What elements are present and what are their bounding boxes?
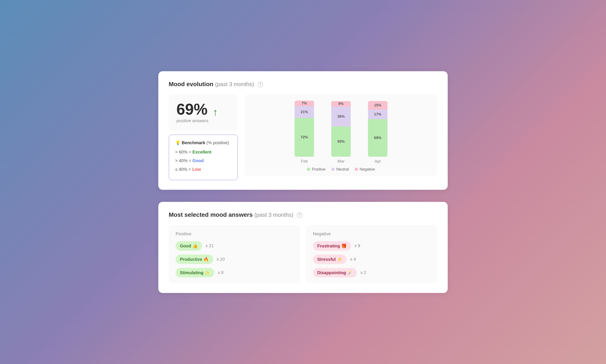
bar-feb-negative-label: 7 bbox=[302, 101, 304, 105]
percentage-label: positive answers bbox=[176, 118, 208, 123]
chart-legend: Positive Neutral Negative bbox=[251, 167, 430, 172]
bar-mar-positive: 55% bbox=[331, 127, 351, 157]
bar-mar-negative: 9% bbox=[331, 101, 351, 107]
positive-tags: Good 👍 x 21 Productive 🔥 x 10 Stimulatin… bbox=[176, 241, 293, 277]
mood-answers-card: Most selected mood answers (past 3 month… bbox=[158, 202, 448, 293]
mood-tag-productive: Productive 🔥 bbox=[176, 255, 213, 264]
benchmark-value-1: Good bbox=[192, 158, 204, 163]
legend-label-negative: Negative bbox=[360, 167, 375, 172]
positive-section-title: Positive bbox=[176, 231, 293, 236]
bar-group-mar: 9% 36% 55% Mar bbox=[331, 101, 351, 164]
bar-stack-apr: 15% 17% 69% bbox=[368, 101, 387, 157]
positive-section: Positive Good 👍 x 21 Productive 🔥 x 10 S… bbox=[169, 225, 300, 284]
mood-answers-title: Most selected mood answers (past 3 month… bbox=[169, 211, 437, 218]
bar-apr-negative-label: 15 bbox=[374, 103, 378, 107]
legend-label-neutral: Neutral bbox=[336, 167, 349, 172]
legend-label-positive: Positive bbox=[312, 167, 326, 172]
bar-apr-label: Apr bbox=[374, 159, 381, 164]
left-panel: 69% positive answers ↑ 💡 Benchmark (% po… bbox=[169, 95, 238, 180]
percentage-box: 69% positive answers ↑ bbox=[169, 95, 238, 130]
benchmark-title-suffix: (% positive) bbox=[207, 140, 229, 145]
benchmark-condition-2: ≤ 40% = bbox=[175, 167, 191, 172]
mood-count-stressful: x 4 bbox=[350, 257, 356, 262]
mood-tag-disappointing: Disappointing 🪄 bbox=[313, 268, 357, 277]
percentage-group: 69% positive answers bbox=[176, 102, 208, 123]
mood-row-stimulating: Stimulating ✨ x 8 bbox=[176, 268, 293, 277]
bar-feb-neutral-label: 21 bbox=[301, 110, 305, 114]
bar-apr-positive-label: 69 bbox=[374, 136, 378, 140]
negative-tags: Frustrating 🎁 x 9 Stressful ⚡ x 4 Disapp… bbox=[313, 241, 430, 277]
trend-arrow-icon: ↑ bbox=[213, 107, 218, 117]
benchmark-row-good: > 40% = Good bbox=[175, 157, 231, 164]
bar-apr-positive: 69% bbox=[368, 119, 387, 157]
benchmark-row-low: ≤ 40% = Low bbox=[175, 166, 231, 172]
mood-answers-subtitle: (past 3 months) bbox=[254, 212, 293, 218]
bar-feb-neutral: 21% bbox=[295, 106, 314, 118]
mood-row-stressful: Stressful ⚡ x 4 bbox=[313, 255, 430, 264]
mood-count-stimulating: x 8 bbox=[218, 270, 224, 275]
mood-count-productive: x 10 bbox=[217, 257, 225, 262]
mood-count-good: x 21 bbox=[206, 243, 214, 248]
benchmark-value-0: Excellent bbox=[192, 150, 211, 154]
legend-dot-negative bbox=[355, 168, 358, 171]
mood-answers-title-text: Most selected mood answers bbox=[169, 211, 253, 218]
bar-mar-neutral: 36% bbox=[331, 107, 351, 127]
mood-answers-help-icon[interactable]: ? bbox=[297, 212, 302, 218]
bar-stack-mar: 9% 36% 55% bbox=[331, 101, 351, 157]
benchmark-title: 💡 Benchmark (% positive) bbox=[175, 140, 231, 145]
bar-mar-positive-label: 55 bbox=[337, 140, 342, 144]
mood-evolution-help-icon[interactable]: ? bbox=[257, 82, 263, 87]
title-subtitle: (past 3 months) bbox=[215, 81, 254, 87]
legend-dot-positive bbox=[307, 168, 310, 171]
mood-tag-stressful: Stressful ⚡ bbox=[313, 255, 347, 264]
benchmark-condition-1: > 40% = bbox=[175, 158, 191, 163]
mood-count-disappointing: x 2 bbox=[360, 270, 366, 275]
benchmark-box: 💡 Benchmark (% positive) > 60% = Excelle… bbox=[169, 134, 238, 180]
negative-section: Negative Frustrating 🎁 x 9 Stressful ⚡ x… bbox=[306, 225, 437, 284]
negative-section-title: Negative bbox=[313, 231, 430, 236]
mood-row-disappointing: Disappointing 🪄 x 2 bbox=[313, 268, 430, 277]
mood-evolution-content: 69% positive answers ↑ 💡 Benchmark (% po… bbox=[169, 95, 437, 180]
bar-feb-label: Feb bbox=[301, 159, 308, 164]
mood-row-good: Good 👍 x 21 bbox=[176, 241, 293, 251]
mood-tag-stimulating: Stimulating ✨ bbox=[176, 268, 214, 277]
percentage-value: 69% bbox=[176, 102, 208, 117]
bar-mar-negative-label: 9 bbox=[338, 102, 340, 106]
legend-negative: Negative bbox=[355, 167, 375, 172]
legend-dot-neutral bbox=[331, 168, 335, 171]
legend-positive: Positive bbox=[307, 167, 326, 172]
bar-feb-positive-label: 72 bbox=[301, 135, 305, 140]
bar-apr-neutral-label: 17 bbox=[374, 112, 378, 117]
bar-group-feb: 7% 21% 72% Feb bbox=[295, 101, 314, 164]
mood-count-frustrating: x 9 bbox=[355, 243, 360, 248]
benchmark-value-2: Low bbox=[192, 167, 201, 172]
bar-feb-negative: 7% bbox=[295, 101, 314, 106]
bar-apr-neutral: 17% bbox=[368, 110, 387, 119]
bar-mar-neutral-label: 36 bbox=[337, 115, 342, 119]
mood-row-frustrating: Frustrating 🎁 x 9 bbox=[313, 241, 430, 251]
bars-container: 7% 21% 72% Feb bbox=[251, 101, 430, 164]
bar-feb-positive: 72% bbox=[295, 118, 314, 157]
bar-mar-label: Mar bbox=[338, 159, 345, 164]
benchmark-title-text: Benchmark bbox=[182, 140, 205, 145]
benchmark-condition-0: > 60% = bbox=[175, 150, 191, 154]
mood-grid: Positive Good 👍 x 21 Productive 🔥 x 10 S… bbox=[169, 225, 437, 284]
mood-evolution-title: Mood evolution (past 3 months) ? bbox=[169, 81, 437, 88]
bar-stack-feb: 7% 21% 72% bbox=[295, 101, 314, 157]
bar-group-apr: 15% 17% 69% Apr bbox=[368, 101, 387, 164]
benchmark-row-excellent: > 60% = Excellent bbox=[175, 149, 231, 155]
chart-area: 7% 21% 72% Feb bbox=[245, 95, 437, 176]
bar-apr-negative: 15% bbox=[368, 101, 387, 110]
mood-evolution-card: Mood evolution (past 3 months) ? 69% pos… bbox=[158, 71, 448, 190]
mood-tag-good: Good 👍 bbox=[176, 241, 202, 251]
mood-tag-frustrating: Frustrating 🎁 bbox=[313, 241, 351, 251]
legend-neutral: Neutral bbox=[331, 167, 349, 172]
main-container: Mood evolution (past 3 months) ? 69% pos… bbox=[158, 71, 448, 293]
mood-row-productive: Productive 🔥 x 10 bbox=[176, 255, 293, 264]
title-text: Mood evolution bbox=[169, 81, 213, 87]
